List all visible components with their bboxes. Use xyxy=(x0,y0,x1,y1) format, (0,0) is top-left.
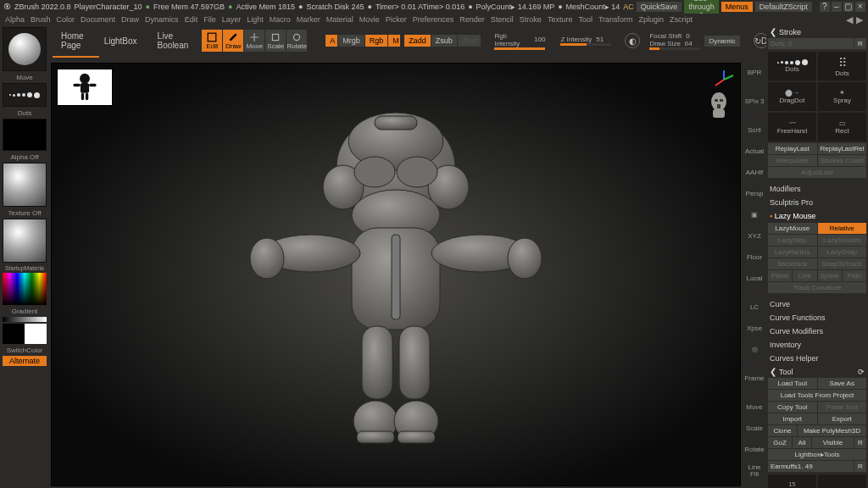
goz-visible[interactable]: Visible xyxy=(812,437,854,448)
replay-last-btn[interactable]: ReplayLast xyxy=(768,143,817,154)
spline-btn[interactable]: Spline xyxy=(818,270,842,281)
material-selector[interactable] xyxy=(3,219,47,263)
lazyradius[interactable]: LazyRadius xyxy=(768,247,817,258)
dock-right-icon[interactable]: ▶ xyxy=(856,14,863,25)
rail-line-fill[interactable]: Line Fill xyxy=(744,461,765,481)
rail-xyz[interactable]: XYZ xyxy=(744,226,765,247)
mrgb-m[interactable]: M xyxy=(388,35,400,47)
menu-material[interactable]: Material xyxy=(326,15,353,24)
mode-scale[interactable]: Scale xyxy=(265,30,286,52)
close-icon[interactable]: × xyxy=(855,2,865,12)
subtool-skin[interactable]: Skin_LeftShoelac xyxy=(818,474,866,488)
menu-edit[interactable]: Edit xyxy=(185,15,198,24)
mrgb-rgb[interactable]: Rgb xyxy=(365,35,388,47)
goz-r[interactable]: R xyxy=(854,437,866,448)
quicksave-button[interactable]: QuickSave xyxy=(637,2,682,12)
import-btn[interactable]: Import xyxy=(768,413,817,424)
lazysnap[interactable]: LazySnap xyxy=(818,247,867,258)
character-model[interactable] xyxy=(235,92,557,457)
dock-left-icon[interactable]: ◀ xyxy=(846,14,853,25)
menu-transform[interactable]: Transform xyxy=(598,15,633,24)
stroke-freehand[interactable]: 〰FreeHand xyxy=(768,113,816,141)
load-tool[interactable]: Load Tool xyxy=(768,378,817,389)
mrgb-mrgb[interactable]: Mrgb xyxy=(338,35,364,47)
menu-texture[interactable]: Texture xyxy=(548,15,573,24)
switch-color[interactable] xyxy=(3,324,47,344)
menu-layer[interactable]: Layer xyxy=(222,15,242,24)
tab-lightbox[interactable]: LightBox xyxy=(96,31,146,51)
mode-rotate[interactable]: Rotate xyxy=(287,30,307,52)
backtrack[interactable]: Backtrack xyxy=(768,258,817,269)
save-as[interactable]: Save As xyxy=(818,378,867,389)
alternate-button[interactable]: Alternate xyxy=(3,356,47,366)
rail-scale[interactable]: Scale xyxy=(744,419,765,439)
rail--[interactable]: ▣ xyxy=(744,205,765,225)
mode-draw[interactable]: Draw xyxy=(223,30,243,52)
stroke-reset[interactable]: R xyxy=(854,38,866,49)
lightbox-tools[interactable]: Lightbox▸Tools xyxy=(768,449,866,460)
track-curvature[interactable]: Track Curvature xyxy=(768,282,866,293)
color-picker[interactable] xyxy=(3,273,47,305)
rail-xpse[interactable]: Xpse xyxy=(744,319,765,339)
plane-btn[interactable]: Plane xyxy=(768,270,792,281)
export-btn[interactable]: Export xyxy=(818,413,867,424)
menu-color[interactable]: Color xyxy=(57,15,75,24)
menu-draw[interactable]: Draw xyxy=(121,15,139,24)
menu-tool[interactable]: Tool xyxy=(578,15,593,24)
tab-home[interactable]: Home Page xyxy=(53,26,92,55)
menus-button[interactable]: Menus xyxy=(721,2,753,12)
mrgb-zsub[interactable]: Zsub xyxy=(431,35,457,47)
lazymouse-header[interactable]: ▪ Lazy Mouse xyxy=(766,209,868,223)
load-from-project[interactable]: Load Tools From Project xyxy=(768,390,866,401)
stroke-dots2[interactable]: ⠿Dots xyxy=(818,52,866,80)
camera-head-icon[interactable] xyxy=(706,91,732,127)
menu-zscript[interactable]: Zscript xyxy=(670,15,693,24)
rail-floor[interactable]: Floor xyxy=(744,247,765,268)
snaptotrack[interactable]: SnapToTrack xyxy=(818,258,867,269)
lazysmooth[interactable]: LazySmooth xyxy=(818,235,867,246)
axis-gizmo-icon[interactable] xyxy=(713,69,735,91)
inventory-header[interactable]: Inventory xyxy=(766,338,868,352)
adjust-last-btn[interactable]: AdjustLast xyxy=(768,167,866,178)
drawsize-slider[interactable] xyxy=(649,47,700,50)
mode-move[interactable]: Move xyxy=(244,30,264,52)
menu-marker[interactable]: Marker xyxy=(297,15,320,24)
goz-btn[interactable]: GoZ xyxy=(768,437,792,448)
goz-all[interactable]: All xyxy=(793,437,811,448)
lazymouse-btn[interactable]: LazyMouse xyxy=(768,223,817,234)
menu-alpha[interactable]: Alpha xyxy=(5,15,25,24)
menu-dynamics[interactable]: Dynamics xyxy=(145,15,179,24)
rail--[interactable]: ◎ xyxy=(744,340,765,360)
rail-local[interactable]: Local xyxy=(744,269,765,289)
menu-brush[interactable]: Brush xyxy=(31,15,51,24)
menu-macro[interactable]: Macro xyxy=(270,15,291,24)
stroke-panel-header[interactable]: ❮Stroke xyxy=(766,25,868,38)
rail-spix-3[interactable]: SPix 3 xyxy=(744,92,765,112)
path-btn[interactable]: Path xyxy=(843,270,866,281)
active-subtool[interactable]: Earmuffs1. 49 xyxy=(768,461,854,472)
modifiers-header[interactable]: Modifiers xyxy=(766,182,868,196)
mrgb-a[interactable]: A xyxy=(326,35,337,47)
menu-preferences[interactable]: Preferences xyxy=(413,15,454,24)
maximize-icon[interactable]: ▢ xyxy=(843,2,854,12)
thumbnail-preview[interactable] xyxy=(57,69,113,106)
texture-selector[interactable] xyxy=(3,163,47,207)
replay-rel-btn[interactable]: ReplayLastRel xyxy=(818,143,867,154)
z-intensity-slider[interactable] xyxy=(560,43,611,46)
menu-file[interactable]: File xyxy=(203,15,216,24)
menu-document[interactable]: Document xyxy=(81,15,115,24)
rail-transp[interactable]: Transp xyxy=(744,482,765,488)
menu-zplugin[interactable]: Zplugin xyxy=(639,15,665,24)
paste-tool[interactable]: Paste Tool xyxy=(818,402,867,413)
focal-icon[interactable]: ◐ xyxy=(625,33,640,48)
clone-btn[interactable]: Clone xyxy=(768,425,797,436)
stroke-rect[interactable]: ▭Rect xyxy=(818,113,866,141)
rgb-intensity-slider[interactable] xyxy=(494,47,545,50)
curvemod-header[interactable]: Curve Modifiers xyxy=(766,324,868,338)
curvefn-header[interactable]: Curve Functions xyxy=(766,311,868,324)
gradient-strip[interactable] xyxy=(3,317,47,322)
dynamic-button[interactable]: Dynamic xyxy=(704,36,739,47)
lazystep[interactable]: LazyStep xyxy=(768,235,817,246)
curveshelper-header[interactable]: Curves Helper xyxy=(766,352,868,365)
strokes-count[interactable]: Strokes Count xyxy=(818,155,867,166)
